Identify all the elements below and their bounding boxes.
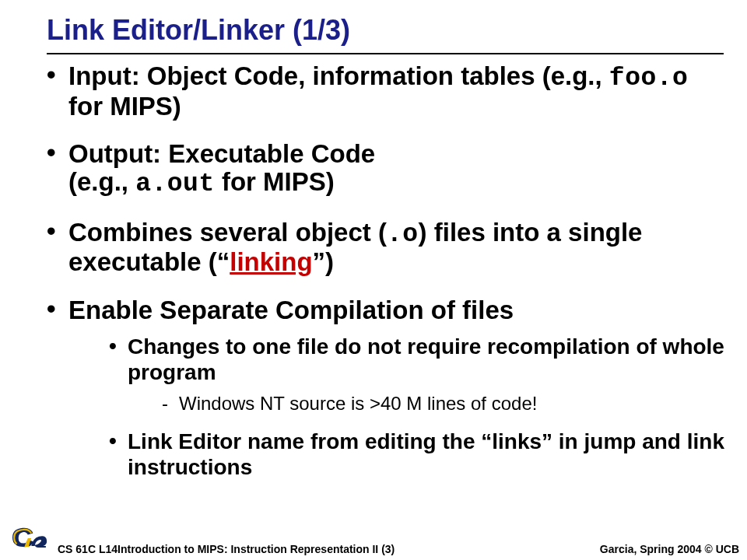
text: ”) [313,247,335,276]
footer: CS 61C L14Introduction to MIPS: Instruct… [0,521,747,560]
text: Link Editor name from editing the “links… [128,429,724,478]
text: Windows NT source is >40 M lines of code… [179,393,537,414]
bullet-combines: Combines several object (.o) files into … [47,219,728,276]
sub-bullet-link-editor-name: Link Editor name from editing the “links… [109,429,728,479]
footer-right-text: Garcia, Spring 2004 © UCB [600,543,739,555]
code-foo-o: foo.o [609,64,689,93]
dash-windows-nt: Windows NT source is >40 M lines of code… [162,393,728,415]
text: Combines several object ( [68,218,387,247]
bullet-input: Input: Object Code, information tables (… [47,62,728,120]
slide-title: Link Editor/Linker (1/3) [47,14,728,51]
text: (e.g., [68,167,135,196]
sub-bullet-changes: Changes to one file do not require recom… [109,334,728,414]
text: Output: Executable Code [68,139,375,168]
sub-bullet-list: Changes to one file do not require recom… [68,334,728,479]
text: Input: Object Code, information tables (… [68,61,609,90]
text: Changes to one file do not require recom… [128,334,724,383]
cal-logo-icon [8,521,51,555]
footer-left-group: CS 61C L14Introduction to MIPS: Instruct… [8,521,395,555]
text: Enable Separate Compilation of files [68,296,514,324]
bullet-separate-compilation: Enable Separate Compilation of files Cha… [47,296,728,480]
code-dot-o: .o [387,220,419,249]
slide: Link Editor/Linker (1/3) Input: Object C… [0,0,747,560]
title-underline [47,53,724,54]
code-a-out: a.out [135,170,215,198]
text: for MIPS) [68,92,181,121]
linking-word: linking [230,247,312,276]
bullet-output: Output: Executable Code (e.g., a.out for… [47,140,728,198]
footer-left-text: CS 61C L14Introduction to MIPS: Instruct… [58,543,395,555]
text: for MIPS) [215,167,335,196]
bullet-list: Input: Object Code, information tables (… [47,62,728,480]
